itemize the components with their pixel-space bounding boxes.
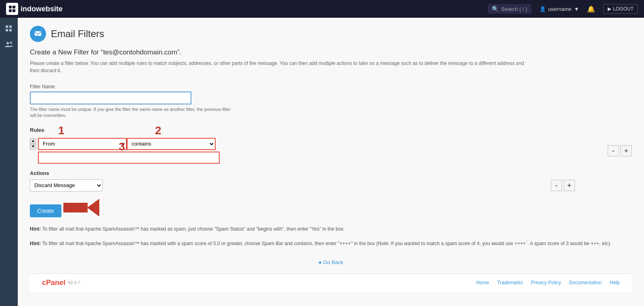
footer: cPanel 92.0.7 Home Trademarks Privacy Po… [30, 273, 632, 292]
action-dropdown[interactable]: Discard Message Deliver to Folder Redire… [30, 179, 103, 192]
rule-dropdown-2[interactable]: contains does not contain begins with en… [127, 138, 216, 150]
rules-section: Rules 1 2 ▲ ▼ F [30, 127, 632, 217]
username-text: username [548, 6, 572, 12]
hint-2-text: To filter all mail that Apache SpamAssas… [42, 241, 611, 246]
top-navigation: indowebsite 🔍 Search ( / ) 👤 username ▼ … [0, 0, 644, 18]
create-button[interactable]: Create [30, 204, 61, 217]
search-label: Search ( / ) [501, 6, 527, 12]
logout-icon: ▶ [608, 6, 611, 12]
svg-rect-5 [9, 25, 12, 28]
nav-left: indowebsite [6, 3, 63, 15]
footer-home[interactable]: Home [476, 280, 489, 285]
go-back-section: ● Go Back [30, 259, 632, 265]
logout-label: LOGOUT [613, 6, 634, 12]
footer-help[interactable]: Help [610, 280, 620, 285]
rule-action-buttons: - + [608, 145, 632, 156]
annotation-1: 1 [58, 124, 65, 137]
actions-label: Actions [30, 170, 632, 176]
footer-links: Home Trademarks Privacy Policy Documenta… [476, 280, 620, 285]
create-section: Create [30, 198, 99, 217]
spinner-up[interactable]: ▲ [30, 138, 36, 144]
action-buttons: - + [551, 180, 575, 191]
filter-name-input[interactable] [30, 92, 191, 104]
rule-row-1: ▲ ▼ From To Subject Any Header Body Any … [30, 138, 632, 164]
page-subtitle: Create a New Filter for “tes@contohdomai… [30, 48, 632, 56]
page-description: Please create a filter below. You can ad… [30, 60, 535, 74]
svg-rect-2 [9, 9, 12, 12]
filter-name-section: Filter Name The filter name must be uniq… [30, 84, 632, 119]
bell-icon[interactable]: 🔔 [587, 5, 595, 13]
sidenav-grid-icon[interactable] [2, 22, 16, 35]
main-content: Email Filters Create a New Filter for “t… [18, 18, 644, 306]
footer-documentation[interactable]: Documentation [569, 280, 602, 285]
rule-remove-button[interactable]: - [608, 145, 619, 156]
go-back-link[interactable]: ● Go Back [319, 259, 344, 265]
footer-brand: cPanel 92.0.7 [42, 279, 80, 287]
rule-spinner: ▲ ▼ [30, 138, 36, 150]
chevron-down-icon: ▼ [574, 6, 579, 12]
hint-1-text: To filter all mail that Apache SpamAssas… [42, 226, 345, 232]
site-logo: indowebsite [6, 3, 63, 15]
svg-rect-3 [13, 9, 15, 12]
footer-version: 92.0.7 [68, 280, 80, 285]
nav-right: 🔍 Search ( / ) 👤 username ▼ 🔔 ▶ LOGOUT [488, 4, 638, 14]
footer-logo: cPanel [42, 279, 65, 287]
annotation-3: 3 [119, 140, 125, 153]
logo-text: indowebsite [21, 5, 63, 13]
annotation-2: 2 [155, 124, 162, 137]
svg-rect-7 [9, 29, 12, 31]
page-header: Email Filters [30, 26, 632, 42]
actions-section: Actions Discard Message Deliver to Folde… [30, 170, 632, 192]
svg-rect-0 [9, 6, 12, 8]
side-navigation [0, 18, 18, 306]
svg-rect-4 [6, 25, 8, 28]
footer-privacy[interactable]: Privacy Policy [531, 280, 561, 285]
action-remove-button[interactable]: - [551, 180, 562, 191]
action-add-button[interactable]: + [564, 180, 575, 191]
rule-add-button[interactable]: + [621, 145, 632, 156]
hint-1-label: Hint: [30, 226, 41, 232]
sidenav-users-icon[interactable] [2, 37, 16, 51]
logo-icon [6, 3, 18, 15]
svg-point-8 [6, 42, 9, 44]
page-title: Email Filters [51, 28, 104, 40]
rules-label: Rules [30, 127, 632, 133]
filter-name-hint: The filter name must be unique. If you g… [30, 106, 232, 119]
rule-value-input[interactable] [38, 152, 220, 164]
rule-controls-left: ▲ ▼ From To Subject Any Header Body Any … [30, 138, 220, 164]
spinner-down[interactable]: ▼ [30, 144, 36, 150]
logout-button[interactable]: ▶ LOGOUT [603, 4, 638, 14]
svg-point-9 [10, 42, 12, 44]
search-box[interactable]: 🔍 Search ( / ) [488, 4, 531, 14]
username-area[interactable]: 👤 username ▼ [539, 6, 579, 12]
svg-rect-6 [6, 29, 8, 31]
filter-name-label: Filter Name [30, 84, 632, 90]
go-back-label: Go Back [323, 259, 344, 265]
email-filter-icon [30, 26, 46, 42]
search-icon: 🔍 [492, 6, 499, 12]
footer-trademarks[interactable]: Trademarks [497, 280, 523, 285]
hint-1: Hint: To filter all mail that Apache Spa… [30, 225, 632, 233]
hint-2-label: Hint: [30, 241, 41, 246]
rule-dropdown-1[interactable]: From To Subject Any Header Body Any Reci… [38, 138, 127, 150]
svg-rect-1 [13, 6, 15, 8]
hint-2: Hint: To filter all mail that Apache Spa… [30, 240, 632, 247]
actions-row: Discard Message Deliver to Folder Redire… [30, 179, 632, 192]
go-back-icon: ● [319, 259, 322, 265]
user-icon: 👤 [539, 6, 546, 12]
